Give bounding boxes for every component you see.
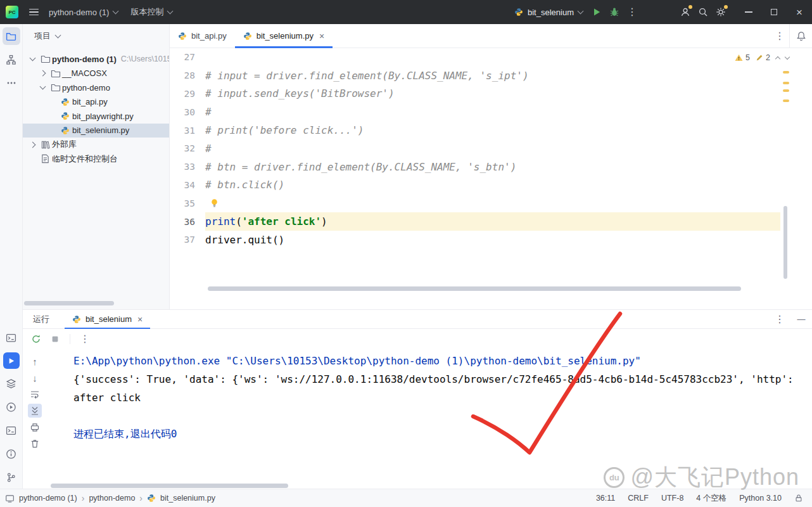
line-number[interactable]: 28 (170, 70, 205, 80)
code-text[interactable]: # input.send_keys('BitBrowser') (205, 85, 780, 103)
clear-console-button[interactable] (28, 437, 42, 451)
editor-horizontal-scrollbar[interactable] (208, 286, 741, 291)
tab-bit-api[interactable]: bit_api.py (170, 24, 235, 48)
run-panel-options-button[interactable]: ⋮ (769, 310, 790, 328)
search-everywhere-button[interactable] (694, 3, 712, 21)
close-tab-icon[interactable]: × (137, 314, 143, 324)
indent-widget[interactable]: 4 个空格 (696, 493, 726, 504)
line-number[interactable]: 30 (170, 107, 205, 117)
terminal-toolwindow-button[interactable] (3, 421, 20, 439)
python-console-toolwindow-button[interactable] (3, 329, 20, 347)
code-with-me-button[interactable] (676, 3, 694, 21)
window-minimize-button[interactable] (736, 0, 761, 24)
code-line[interactable]: 33# btn = driver.find_element(By.CLASS_N… (170, 158, 780, 176)
code-line[interactable]: 28# input = driver.find_element(By.CLASS… (170, 67, 780, 85)
code-line[interactable]: 32# (170, 139, 780, 158)
warning-stripe-mark[interactable] (783, 99, 789, 102)
tree-item[interactable]: 临时文件和控制台 (23, 152, 169, 167)
soft-wrap-button[interactable] (28, 387, 42, 401)
code-line[interactable]: 29# input.send_keys('BitBrowser') (170, 85, 780, 103)
pycharm-logo-icon[interactable]: PC (6, 6, 18, 18)
project-horizontal-scrollbar[interactable] (24, 301, 114, 305)
editor-vertical-scrollbar[interactable] (783, 206, 787, 279)
code-line[interactable]: 30# (170, 103, 780, 121)
code-text[interactable]: # print('before click...') (205, 121, 780, 139)
tree-item[interactable]: 外部库 (23, 138, 169, 152)
line-number[interactable]: 37 (170, 234, 205, 245)
window-close-button[interactable]: × (787, 0, 812, 24)
tree-item[interactable]: bit_selenium.py (23, 124, 169, 138)
tree-item[interactable]: __MACOSX (23, 67, 169, 81)
services-toolwindow-button[interactable] (3, 398, 20, 416)
debug-button[interactable] (606, 3, 623, 21)
tree-item[interactable]: bit_api.py (23, 95, 169, 110)
code-text[interactable]: # btn.click() (205, 176, 780, 195)
chevron-right-icon[interactable] (40, 70, 46, 77)
breadcrumb-item[interactable]: python-demo (1) (19, 494, 77, 503)
code-line[interactable]: 35 (170, 194, 780, 212)
interpreter-widget[interactable]: Python 3.10 (739, 494, 782, 503)
tab-bit-selenium[interactable]: bit_selenium.py × (235, 24, 333, 48)
structure-toolwindow-button[interactable] (3, 51, 20, 68)
console-output[interactable]: E:\App\python\python.exe "C:\Users\10153… (51, 349, 812, 478)
line-ending-widget[interactable]: CRLF (628, 494, 649, 503)
version-control-toolwindow-button[interactable] (3, 468, 20, 486)
scroll-to-end-button[interactable] (28, 404, 42, 418)
line-number[interactable]: 33 (170, 162, 205, 172)
line-number[interactable]: 29 (170, 89, 205, 99)
caret-position-widget[interactable]: 36:11 (596, 494, 615, 503)
project-panel-header[interactable]: 项目 (23, 24, 169, 48)
line-number[interactable]: 35 (170, 198, 205, 209)
down-stack-trace-button[interactable]: ↓ (28, 371, 42, 385)
code-line[interactable]: 34# btn.click() (170, 176, 780, 195)
project-toolwindow-button[interactable] (3, 27, 20, 45)
console-options-button[interactable]: ⋮ (78, 332, 92, 346)
chevron-right-icon[interactable] (30, 141, 36, 148)
code-line[interactable]: 27 (170, 48, 780, 67)
console-horizontal-scrollbar[interactable] (51, 484, 288, 488)
run-panel-hide-button[interactable]: — (790, 310, 812, 328)
code-text[interactable]: # (205, 103, 780, 121)
warning-stripe-mark[interactable] (783, 89, 789, 92)
next-problem-button[interactable] (785, 54, 790, 59)
run-config-selector[interactable]: bit_selenium (509, 5, 588, 20)
more-toolwindows-button[interactable] (3, 74, 20, 92)
packages-toolwindow-button[interactable] (3, 375, 20, 392)
code-text[interactable]: driver.quit() (205, 231, 780, 249)
tree-item[interactable]: python-demo (23, 80, 169, 95)
inspections-widget[interactable]: 5 2 (735, 53, 789, 62)
line-number[interactable]: 32 (170, 143, 205, 153)
stop-button[interactable] (48, 332, 62, 346)
code-text[interactable] (205, 48, 780, 67)
breadcrumb-item[interactable]: bit_selenium.py (160, 494, 215, 503)
line-number[interactable]: 27 (170, 52, 205, 62)
code-line[interactable]: 31# print('before click...') (170, 121, 780, 139)
line-number[interactable]: 36 (170, 217, 205, 227)
code-line[interactable]: 36print('after click') (170, 212, 780, 231)
intention-bulb-icon[interactable] (210, 198, 219, 208)
chevron-down-icon[interactable] (40, 84, 46, 90)
more-actions-button[interactable]: ⋮ (623, 3, 641, 21)
problems-toolwindow-button[interactable] (3, 445, 20, 463)
encoding-widget[interactable]: UTF-8 (661, 494, 683, 503)
chevron-down-icon[interactable] (30, 55, 36, 61)
settings-button[interactable] (712, 3, 730, 21)
code-text[interactable]: # input = driver.find_element(By.CLASS_N… (205, 67, 780, 85)
breadcrumb-item[interactable]: python-demo (89, 494, 135, 503)
code-text[interactable]: print('after click') (205, 212, 780, 231)
warning-stripe-mark[interactable] (783, 71, 789, 74)
previous-problem-button[interactable] (775, 56, 780, 61)
run-toolwindow-button[interactable] (3, 352, 20, 369)
up-stack-trace-button[interactable]: ↑ (28, 354, 42, 368)
vcs-widget-menu[interactable]: 版本控制 (124, 3, 179, 21)
code-line[interactable]: 37driver.quit() (170, 231, 780, 249)
code-lines[interactable]: 2728# input = driver.find_element(By.CLA… (170, 48, 780, 249)
run-tab-bit-selenium[interactable]: bit_selenium × (65, 310, 150, 328)
code-text[interactable] (205, 194, 780, 212)
editor-options-button[interactable]: ⋮ (770, 24, 789, 48)
warning-stripe-mark[interactable] (783, 82, 789, 84)
line-number[interactable]: 34 (170, 180, 205, 190)
run-button[interactable] (588, 3, 606, 21)
window-maximize-button[interactable] (761, 0, 787, 24)
weak-warnings-count[interactable]: 2 (756, 53, 770, 62)
